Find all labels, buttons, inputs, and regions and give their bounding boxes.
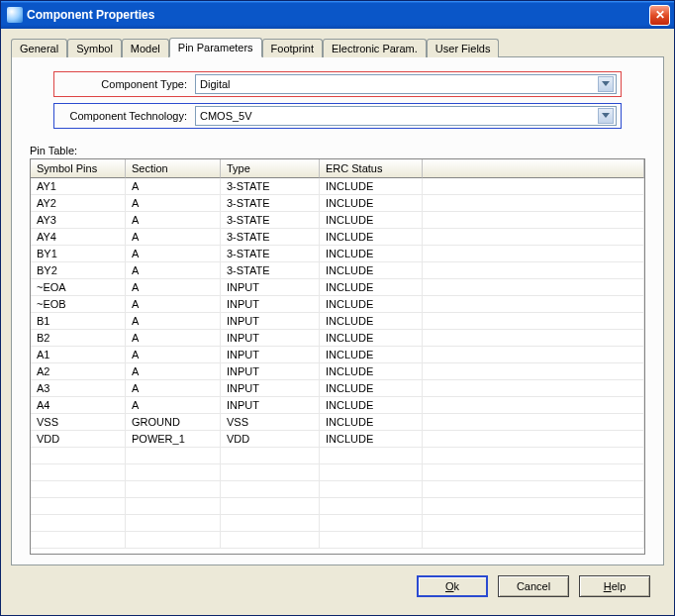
table-cell	[423, 229, 644, 245]
table-row[interactable]: AY1A3-STATEINCLUDE	[31, 178, 644, 195]
table-row[interactable]: A4AINPUTINCLUDE	[31, 397, 644, 414]
table-cell	[221, 464, 320, 480]
table-row[interactable]: AY3A3-STATEINCLUDE	[31, 212, 644, 229]
ok-rest: k	[454, 580, 460, 592]
tab-user-fields[interactable]: User Fields	[427, 39, 500, 57]
table-cell	[423, 296, 644, 312]
select-value-component-type: Digital	[200, 78, 598, 90]
table-cell	[423, 431, 644, 447]
table-cell: INPUT	[221, 296, 320, 312]
close-icon: ✕	[655, 8, 665, 22]
table-cell	[423, 448, 644, 463]
table-cell: A	[126, 313, 221, 329]
chevron-down-icon	[598, 108, 614, 124]
table-cell: A	[126, 380, 221, 396]
table-cell: A	[126, 347, 221, 362]
table-cell	[423, 330, 644, 346]
table-row[interactable]: ~EOBAINPUTINCLUDE	[31, 296, 644, 313]
table-cell	[221, 498, 320, 514]
table-cell: INPUT	[221, 380, 320, 396]
tab-model[interactable]: Model	[122, 39, 169, 57]
table-cell	[423, 515, 644, 531]
table-row[interactable]: ~EOAAINPUTINCLUDE	[31, 279, 644, 296]
table-cell: INCLUDE	[320, 330, 423, 346]
select-component-type[interactable]: Digital	[195, 74, 617, 94]
table-cell: INCLUDE	[320, 296, 423, 312]
table-row[interactable]: B2AINPUTINCLUDE	[31, 330, 644, 347]
table-cell	[423, 532, 644, 548]
table-cell: AY3	[31, 212, 126, 228]
help-key: H	[604, 580, 612, 592]
table-cell	[423, 262, 644, 278]
table-cell: 3-STATE	[221, 178, 320, 194]
row-component-type: Component Type: Digital	[53, 71, 622, 97]
help-button[interactable]: Help	[579, 575, 650, 597]
table-cell	[423, 481, 644, 497]
column-header[interactable]: ERC Status	[320, 159, 423, 178]
table-cell: INPUT	[221, 397, 320, 413]
table-cell	[423, 178, 644, 194]
tab-symbol[interactable]: Symbol	[67, 39, 122, 57]
tab-electronic-param-[interactable]: Electronic Param.	[323, 39, 427, 57]
table-row[interactable]: VDDPOWER_1VDDINCLUDE	[31, 431, 644, 448]
table-cell	[423, 397, 644, 413]
table-cell: B1	[31, 313, 126, 329]
table-row[interactable]: AY4A3-STATEINCLUDE	[31, 229, 644, 246]
table-header: Symbol PinsSectionTypeERC Status	[31, 159, 644, 178]
ok-key: O	[445, 580, 454, 592]
table-cell	[126, 481, 221, 497]
app-icon	[7, 7, 23, 23]
table-row[interactable]: AY2A3-STATEINCLUDE	[31, 195, 644, 212]
table-cell: VSS	[31, 414, 126, 430]
column-header[interactable]: Symbol Pins	[31, 159, 126, 178]
column-header[interactable]	[423, 159, 644, 178]
table-cell: 3-STATE	[221, 262, 320, 278]
table-row[interactable]: A2AINPUTINCLUDE	[31, 363, 644, 380]
pin-table[interactable]: Symbol PinsSectionTypeERC Status AY1A3-S…	[30, 158, 645, 555]
table-cell: INPUT	[221, 330, 320, 346]
table-cell	[423, 212, 644, 228]
table-row[interactable]: A1AINPUTINCLUDE	[31, 347, 644, 363]
tab-footprint[interactable]: Footprint	[262, 39, 323, 57]
button-bar: Ok Cancel Help	[11, 565, 664, 607]
table-cell: A	[126, 330, 221, 346]
table-row[interactable]: B1AINPUTINCLUDE	[31, 313, 644, 330]
column-header[interactable]: Section	[126, 159, 221, 178]
table-cell: INCLUDE	[320, 380, 423, 396]
table-cell	[126, 448, 221, 463]
select-component-technology[interactable]: CMOS_5V	[195, 106, 617, 126]
table-cell: INPUT	[221, 279, 320, 295]
table-row[interactable]: A3AINPUTINCLUDE	[31, 380, 644, 397]
table-row[interactable]: BY2A3-STATEINCLUDE	[31, 262, 644, 279]
table-body: AY1A3-STATEINCLUDEAY2A3-STATEINCLUDEAY3A…	[31, 178, 644, 554]
table-cell	[126, 532, 221, 548]
table-cell: VSS	[221, 414, 320, 430]
table-cell	[423, 195, 644, 211]
table-cell: A4	[31, 397, 126, 413]
table-cell: A	[126, 195, 221, 211]
table-cell: A	[126, 178, 221, 194]
table-row-empty	[31, 481, 644, 498]
ok-button[interactable]: Ok	[417, 575, 488, 597]
titlebar: Component Properties ✕	[1, 1, 674, 29]
svg-marker-1	[602, 113, 610, 118]
close-button[interactable]: ✕	[649, 5, 670, 26]
table-cell	[31, 515, 126, 531]
table-cell: ~EOA	[31, 279, 126, 295]
table-cell	[423, 313, 644, 329]
dialog-window: Component Properties ✕ GeneralSymbolMode…	[0, 0, 675, 616]
cancel-button[interactable]: Cancel	[498, 575, 569, 597]
tab-general[interactable]: General	[11, 39, 67, 57]
table-cell: INCLUDE	[320, 347, 423, 362]
table-row[interactable]: BY1A3-STATEINCLUDE	[31, 246, 644, 262]
tab-pin-parameters[interactable]: Pin Parameters	[169, 38, 262, 57]
table-row[interactable]: VSSGROUNDVSSINCLUDE	[31, 414, 644, 431]
table-cell: INCLUDE	[320, 397, 423, 413]
table-row-empty	[31, 464, 644, 481]
table-cell: A	[126, 363, 221, 379]
table-cell	[126, 498, 221, 514]
table-cell	[221, 481, 320, 497]
table-row-empty	[31, 448, 644, 464]
cancel-label: Cancel	[517, 580, 550, 592]
column-header[interactable]: Type	[221, 159, 320, 178]
